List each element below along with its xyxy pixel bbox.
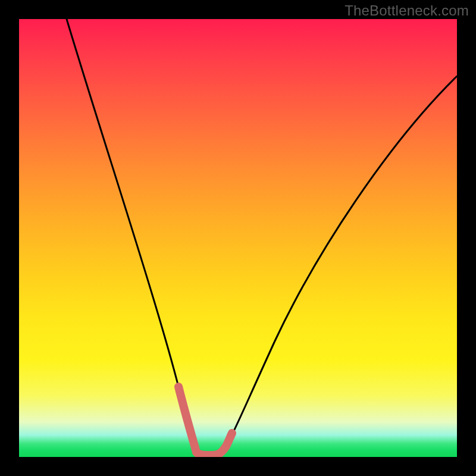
pink-floor-highlight xyxy=(196,433,232,455)
plot-area xyxy=(19,19,457,457)
pink-left-highlight xyxy=(178,387,196,452)
chart-frame: TheBottleneck.com xyxy=(0,0,476,476)
bottleneck-curve xyxy=(67,19,457,455)
curve-layer xyxy=(19,19,457,457)
watermark-text: TheBottleneck.com xyxy=(345,2,469,19)
